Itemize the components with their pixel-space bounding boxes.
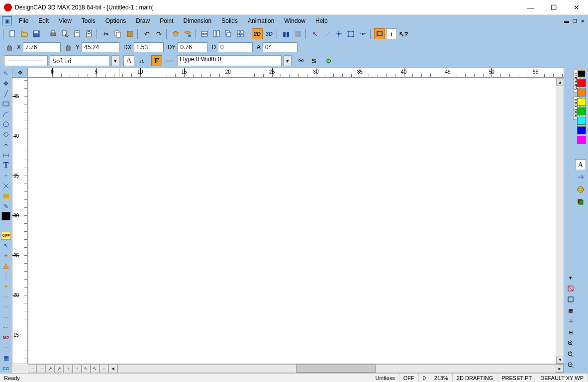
- zoom-dropdown[interactable]: ▾: [566, 273, 576, 283]
- scroll-down-button[interactable]: ▼: [556, 356, 564, 364]
- new-button[interactable]: [7, 28, 18, 39]
- move-tool[interactable]: ✥: [1, 79, 11, 89]
- d-input[interactable]: [218, 42, 253, 52]
- dimension-tool[interactable]: [1, 151, 11, 160]
- zoom-out-button[interactable]: -: [566, 360, 576, 370]
- magic-tool[interactable]: ✦: [1, 251, 11, 261]
- dash-button[interactable]: —: [164, 55, 175, 66]
- lock-y-icon[interactable]: [63, 42, 74, 52]
- zoom-in-button[interactable]: +: [566, 349, 576, 359]
- snap-grid-button[interactable]: [345, 28, 356, 39]
- ruler-corner[interactable]: ✥: [12, 68, 28, 78]
- vertical-ruler[interactable]: 45403530252015: [12, 78, 28, 364]
- menu-help[interactable]: Help: [310, 16, 333, 25]
- vscroll-track[interactable]: [556, 86, 564, 356]
- print-button[interactable]: [48, 28, 59, 39]
- nav-up-left[interactable]: ↖: [82, 364, 91, 373]
- color-000000[interactable]: [577, 70, 586, 78]
- scroll-up-button[interactable]: ▲: [556, 78, 564, 86]
- status-preset[interactable]: PRESET PT: [497, 374, 536, 382]
- copy-button[interactable]: [112, 28, 123, 39]
- mdi-minimize-button[interactable]: ▬: [563, 17, 570, 24]
- text-large-button[interactable]: A: [123, 55, 134, 66]
- status-drafting[interactable]: 2D DRAFTING: [453, 374, 497, 382]
- color-ff00ff[interactable]: [577, 136, 586, 144]
- maximize-button[interactable]: ☐: [542, 0, 565, 15]
- m2-tool[interactable]: M2: [1, 333, 11, 343]
- open-button[interactable]: [19, 28, 30, 39]
- menu-options[interactable]: Options: [100, 16, 131, 25]
- mdi-close-button[interactable]: ✕: [579, 17, 586, 24]
- ltype-display[interactable]: Ltype:0 Width:0: [177, 55, 282, 66]
- layers-button[interactable]: [575, 196, 586, 207]
- line-tool-button[interactable]: [321, 28, 332, 39]
- crosshair-tool[interactable]: +: [1, 171, 11, 181]
- text-small-button[interactable]: A: [136, 55, 147, 66]
- color-00ffff[interactable]: [577, 117, 586, 125]
- pen-tool[interactable]: ✎: [1, 202, 11, 211]
- nav-down[interactable]: ↓: [99, 364, 108, 373]
- strikethrough-button[interactable]: S: [308, 55, 319, 66]
- redo-button[interactable]: ↷: [153, 28, 164, 39]
- curve-tool[interactable]: [1, 140, 11, 150]
- snap-point-button[interactable]: [333, 28, 344, 39]
- help-pointer-button[interactable]: ↖?: [398, 28, 409, 39]
- zoom-fit-button[interactable]: ⊕: [566, 327, 576, 337]
- menu-edit[interactable]: Edit: [33, 16, 54, 25]
- globe-button[interactable]: [575, 184, 586, 195]
- cut-button[interactable]: ✂: [100, 28, 111, 39]
- pointer-tool[interactable]: ↖: [1, 69, 11, 78]
- menu-draw[interactable]: Draw: [131, 16, 155, 25]
- tile-vertical-button[interactable]: [211, 28, 222, 39]
- layer-options-button[interactable]: [182, 28, 193, 39]
- undo-button[interactable]: ↶: [141, 28, 152, 39]
- y-input[interactable]: [82, 42, 119, 52]
- mdi-icon[interactable]: ▣: [2, 16, 12, 25]
- trim-tool[interactable]: [1, 181, 11, 191]
- layer-button[interactable]: [170, 28, 181, 39]
- cascade-button[interactable]: [223, 28, 234, 39]
- fill-button[interactable]: F: [151, 55, 162, 66]
- nav-right[interactable]: →: [28, 364, 37, 373]
- vertical-scrollbar[interactable]: ▲ ▼: [556, 78, 564, 364]
- close-button[interactable]: ✕: [565, 0, 588, 15]
- triangle-tool[interactable]: [1, 262, 11, 271]
- polygon-tool[interactable]: [1, 130, 11, 139]
- snap-center-button[interactable]: [357, 28, 368, 39]
- grid-button[interactable]: ▦: [566, 305, 576, 315]
- status-wp[interactable]: DEFAULT XY WP: [536, 374, 588, 382]
- menu-point[interactable]: Point: [155, 16, 178, 25]
- mode-3d-button[interactable]: 3D: [264, 28, 275, 39]
- options-button[interactable]: ⚙: [323, 55, 334, 66]
- x-input[interactable]: [23, 42, 61, 52]
- menu-tools[interactable]: Tools: [77, 16, 100, 25]
- nav-up2[interactable]: ↑: [73, 364, 82, 373]
- save-button[interactable]: [31, 28, 42, 39]
- select-pointer-button[interactable]: ↖: [309, 28, 320, 39]
- status-unitless[interactable]: Unitless: [372, 374, 399, 382]
- zoom-extents-button[interactable]: [566, 294, 576, 304]
- color-00c000[interactable]: [577, 107, 586, 115]
- print-preview-button[interactable]: [60, 28, 71, 39]
- hatch-tool[interactable]: [1, 191, 11, 201]
- nav-scroll-left[interactable]: ◄: [108, 364, 117, 373]
- drawing-canvas[interactable]: [28, 78, 564, 364]
- mdi-restore-button[interactable]: ❐: [571, 17, 578, 24]
- nav-up-left2[interactable]: ↖: [91, 364, 99, 373]
- menu-view[interactable]: View: [54, 16, 77, 25]
- line-draw-tool[interactable]: ╱: [1, 89, 11, 98]
- menu-file[interactable]: File: [14, 16, 33, 25]
- menu-dimension[interactable]: Dimension: [179, 16, 217, 25]
- a-input[interactable]: [263, 42, 297, 52]
- star-tool[interactable]: ✦: [1, 282, 11, 291]
- properties-button[interactable]: P: [84, 28, 95, 39]
- dx-input[interactable]: [134, 42, 164, 52]
- guide-tool[interactable]: ⋯: [1, 292, 11, 301]
- zoom-all-button[interactable]: [566, 338, 576, 348]
- grid-tool[interactable]: ⋮: [1, 272, 11, 281]
- text-style-button[interactable]: A: [575, 159, 586, 170]
- dy-input[interactable]: [178, 42, 207, 52]
- menu-animation[interactable]: Animation: [243, 16, 279, 25]
- horizontal-scrollbar[interactable]: ►: [117, 364, 564, 373]
- menu-solids[interactable]: Solids: [216, 16, 243, 25]
